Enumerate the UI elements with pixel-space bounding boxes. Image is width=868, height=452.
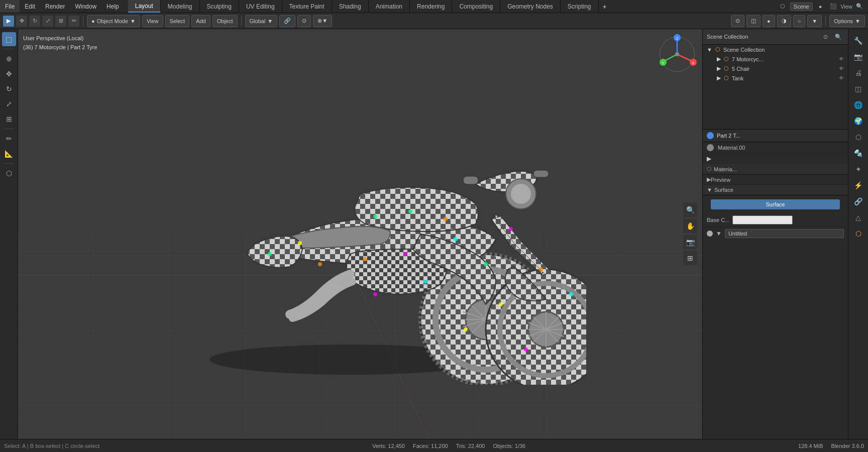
add-menu-btn[interactable]: Add — [191, 15, 210, 27]
transform-tool[interactable]: ⊞ — [2, 112, 16, 126]
move-tool[interactable]: ✥ — [2, 67, 16, 81]
zoom-in-btn[interactable]: 🔍 — [683, 203, 697, 217]
tab-geometry-nodes[interactable]: Geometry Nodes — [500, 0, 561, 13]
tools-icon[interactable]: 🔧 — [851, 33, 866, 48]
output-props-icon[interactable]: 🖨 — [851, 65, 866, 80]
rotate-mode-btn[interactable]: ↻ — [29, 16, 40, 27]
collection-root[interactable]: ▼ ⬡ Scene Collection — [703, 45, 848, 54]
viewport-info: User Perspective (Local) (36) 7 Motorcyc… — [23, 34, 97, 52]
render-props-icon[interactable]: 📷 — [851, 49, 866, 64]
material-expand-row[interactable]: ▶ — [703, 154, 848, 164]
physics-props-icon[interactable]: ⚡ — [851, 178, 866, 193]
data-props-icon[interactable]: △ — [851, 210, 866, 225]
tab-scripting[interactable]: Scripting — [561, 0, 599, 13]
surface-type-btn[interactable]: Surface — [711, 199, 840, 209]
tab-layout[interactable]: Layout — [128, 0, 161, 13]
overlay-btn[interactable]: ⊙ — [731, 15, 744, 27]
scene-icon: ⬡ — [777, 1, 788, 12]
transform-global-dropdown[interactable]: Global ▼ — [245, 15, 278, 27]
select-mode-btn[interactable]: ▶ — [3, 16, 14, 27]
material-props-icon[interactable]: ⬡ — [851, 226, 866, 241]
annotate-tool[interactable]: ✏ — [2, 132, 16, 146]
viewport-shading-solid[interactable]: ● — [763, 15, 775, 27]
options-arrow: ▼ — [855, 18, 860, 24]
menu-help[interactable]: Help — [101, 0, 124, 13]
tab-rendering[interactable]: Rendering — [410, 0, 452, 13]
tris-count: Tris: 22,400 — [456, 443, 485, 449]
annotate-btn[interactable]: ✏ — [68, 16, 79, 27]
view-layer-props-icon[interactable]: ◫ — [851, 81, 866, 96]
move-mode-btn[interactable]: ✥ — [16, 16, 27, 27]
add-primitive-tool[interactable]: ⬡ — [2, 166, 16, 180]
select-menu-btn[interactable]: Select — [165, 15, 190, 27]
constraints-props-icon[interactable]: 🔗 — [851, 194, 866, 209]
collection-item-chair[interactable]: ▶ ⬡ 5 Chair 👁 — [713, 64, 848, 73]
options-dropdown[interactable]: Options ▼ — [829, 15, 865, 27]
object-props-icon[interactable]: ⬡ — [851, 130, 866, 145]
base-color-swatch[interactable] — [732, 215, 793, 224]
surface-section[interactable]: ▼ Surface — [703, 185, 848, 195]
object-mode-dropdown[interactable]: ● Object Mode ▼ — [87, 15, 140, 27]
camera-btn[interactable]: 📷 — [683, 235, 697, 249]
particles-props-icon[interactable]: ✦ — [851, 162, 866, 177]
tab-animation[interactable]: Animation — [369, 0, 410, 13]
material-slot-row[interactable]: Material.00 — [703, 142, 848, 154]
view-layer-icon[interactable]: View — [841, 1, 852, 12]
collection-item-tank[interactable]: ▶ ⬡ Tank 👁 — [713, 73, 848, 83]
world-props-icon[interactable]: 🌍 — [851, 114, 866, 129]
viewport-shading-material[interactable]: ◑ — [777, 15, 791, 27]
tab-shading[interactable]: Shading — [332, 0, 369, 13]
rotate-tool[interactable]: ↻ — [2, 82, 16, 96]
object-menu-btn[interactable]: Object — [212, 15, 238, 27]
untitled-input[interactable]: Untitled — [725, 229, 844, 238]
perspective-label: User Perspective (Local) — [23, 34, 97, 43]
snap-btn[interactable]: 🔗 — [279, 15, 295, 27]
visibility-icon-chair[interactable]: 👁 — [839, 66, 844, 71]
transform-pivot-btn[interactable]: ⊕▼ — [313, 15, 332, 27]
preview-row[interactable]: ▶ Preview — [703, 175, 848, 185]
top-right-controls: ⬡ Scene ● ⬛ View 🔍 — [777, 1, 868, 12]
collection-item-motorcycles[interactable]: ▶ ⬡ 7 Motorcyc... 👁 — [713, 54, 848, 64]
select-box-tool[interactable]: ⬚ — [2, 32, 16, 46]
svg-point-55 — [511, 184, 531, 204]
material-section-header[interactable]: ⬡ Materia... — [703, 164, 848, 175]
tab-uv-editing[interactable]: UV Editing — [239, 0, 282, 13]
measure-tool[interactable]: 📐 — [2, 147, 16, 161]
collection-search-icon[interactable]: 🔍 — [833, 31, 844, 42]
gizmo-axes: Z X Y — [657, 34, 697, 74]
scale-mode-btn[interactable]: ⤢ — [42, 16, 53, 27]
play-icon: ▶ — [707, 155, 711, 162]
viewport-shading-rendered[interactable]: ○ — [793, 15, 806, 27]
main-viewport[interactable]: User Perspective (Local) (36) 7 Motorcyc… — [18, 29, 702, 439]
menu-window[interactable]: Window — [70, 0, 101, 13]
collection-filter-icon[interactable]: ⊙ — [820, 31, 831, 42]
tab-texture-paint[interactable]: Texture Paint — [282, 0, 332, 13]
tab-sculpting[interactable]: Sculpting — [200, 0, 239, 13]
tab-modeling[interactable]: Modeling — [161, 0, 200, 13]
menu-edit[interactable]: Edit — [20, 0, 40, 13]
add-workspace-btn[interactable]: + — [599, 0, 611, 13]
cursor-tool[interactable]: ⊕ — [2, 52, 16, 66]
proportional-edit-btn[interactable]: ⊙ — [297, 15, 311, 27]
modifier-props-icon[interactable]: 🔩 — [851, 146, 866, 161]
tab-compositing[interactable]: Compositing — [452, 0, 500, 13]
untitled-checkmark: ▼ — [716, 230, 722, 237]
visibility-icon-tank[interactable]: 👁 — [839, 75, 844, 81]
scene-selector[interactable]: Scene — [790, 3, 813, 11]
scale-tool[interactable]: ⤢ — [2, 97, 16, 111]
pan-btn[interactable]: ✋ — [683, 219, 697, 233]
view-menu-btn[interactable]: View — [142, 15, 163, 27]
visibility-icon-7[interactable]: 👁 — [839, 56, 844, 62]
menu-file[interactable]: File — [0, 0, 20, 13]
navigation-gizmo[interactable]: Z X Y — [657, 34, 697, 74]
xray-btn[interactable]: ◫ — [746, 15, 761, 27]
search-icon[interactable]: 🔍 — [854, 1, 865, 12]
viewport-icon[interactable]: ⬛ — [828, 1, 839, 12]
grid-btn[interactable]: ⊞ — [683, 251, 697, 265]
menu-render[interactable]: Render — [40, 0, 70, 13]
transform-mode-btn[interactable]: ⊞ — [55, 16, 66, 27]
viewport-shading-options[interactable]: ▼ — [807, 15, 822, 27]
render-engine-icon[interactable]: ● — [815, 1, 826, 12]
scene-props-icon[interactable]: 🌐 — [851, 97, 866, 112]
surface-label: Surface — [714, 187, 733, 193]
